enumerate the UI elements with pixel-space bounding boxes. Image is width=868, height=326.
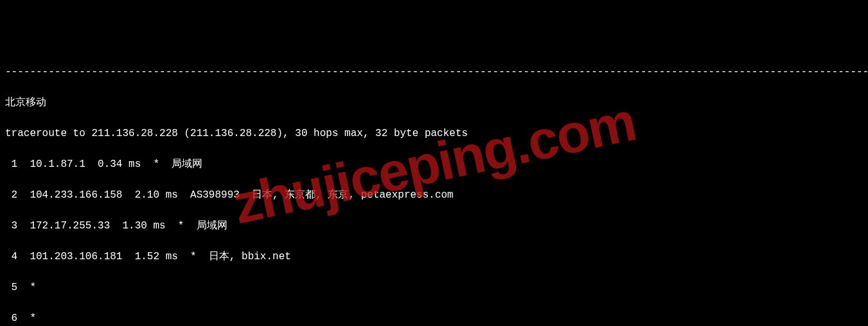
- hop-number: 5: [5, 280, 17, 295]
- hop-detail: *: [30, 313, 36, 324]
- hop-number: 4: [5, 249, 17, 264]
- hop-detail: 172.17.255.33 1.30 ms * 局域网: [30, 220, 227, 232]
- hop-row: 5 *: [5, 280, 863, 295]
- route-title: 北京移动: [5, 95, 863, 110]
- hop-number: 2: [5, 187, 17, 203]
- hop-detail: 104.233.166.158 2.10 ms AS398993 日本, 东京都…: [30, 189, 453, 201]
- traceroute-header: traceroute to 211.136.28.228 (211.136.28…: [5, 126, 863, 141]
- hop-row: 3 172.17.255.33 1.30 ms * 局域网: [5, 218, 863, 234]
- hop-row: 1 10.1.87.1 0.34 ms * 局域网: [5, 157, 863, 172]
- hop-row: 4 101.203.106.181 1.52 ms * 日本, bbix.net: [5, 249, 863, 264]
- hop-number: 1: [5, 157, 17, 172]
- hop-row: 2 104.233.166.158 2.10 ms AS398993 日本, 东…: [5, 187, 863, 203]
- hop-detail: 101.203.106.181 1.52 ms * 日本, bbix.net: [30, 251, 290, 262]
- hop-row: 6 *: [5, 311, 863, 326]
- hop-number: 3: [5, 218, 17, 234]
- hop-detail: *: [30, 282, 36, 293]
- separator-line: ----------------------------------------…: [5, 64, 863, 80]
- hop-number: 6: [5, 311, 17, 326]
- hop-detail: 10.1.87.1 0.34 ms * 局域网: [30, 159, 202, 170]
